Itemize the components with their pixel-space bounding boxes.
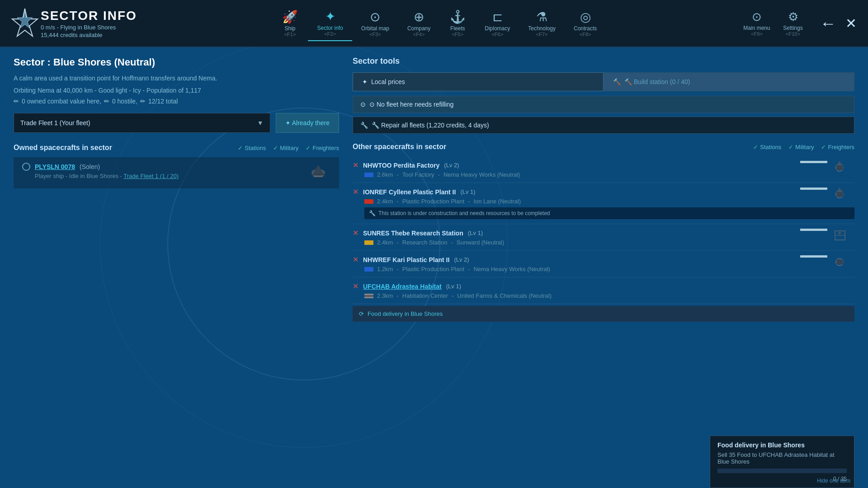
local-prices-icon: ✦ [362, 78, 368, 85]
svg-rect-5 [314, 175, 323, 177]
svg-rect-16 [836, 260, 843, 264]
nhwref-name[interactable]: NHWREF Kari Plastic Plant II [363, 256, 449, 263]
other-freighters-check: ✓ [821, 144, 826, 150]
nav-diplomacy[interactable]: ⊏ Diplomacy <F6> [476, 6, 519, 41]
logo-text: SECTOR INFO 0 m/s - Flying in Blue Shore… [41, 9, 137, 38]
other-filter-military[interactable]: ✓ Military [788, 144, 814, 150]
spacecraft-name[interactable]: PLYSLN 0078 [35, 163, 75, 170]
filter-freighters[interactable]: ✓ Freighters [306, 145, 339, 151]
sector-tools-title: Sector tools [353, 56, 854, 66]
close-button[interactable]: ✕ [845, 15, 857, 31]
ship-icon: 🚀 [282, 9, 298, 24]
other-spacecrafts-list: ✕ NHWTOO Perdita Factory (Lv 2) 2.6km - … [353, 156, 854, 351]
nav-contracts[interactable]: ◎ Contracts <F8> [565, 6, 606, 41]
sector-orbit-info: Orbiting Nema at 40,000 km - Good light … [14, 87, 339, 94]
other-spacecraft-nhwtoo: ✕ NHWTOO Perdita Factory (Lv 2) 2.6km - … [353, 156, 854, 183]
already-there-button[interactable]: ✦ Already there [276, 113, 339, 133]
build-station-label: 🔨 Build station (0 / 40) [624, 78, 690, 85]
freighters-filter-label: Freighters [312, 145, 339, 151]
fleet-selected-label: Trade Fleet 1 (Your fleet) [20, 119, 90, 127]
spacecraft-fleet-link[interactable]: Trade Fleet 1 (1 / 20) [123, 173, 179, 179]
nhwtoo-faction: Nema Heavy Works (Neutral) [443, 171, 520, 178]
other-spacecrafts-section: Other spacecrafts in sector ✓ Other spac… [353, 143, 854, 351]
spacecraft-status: Player ship - Idle in Blue Shores - Trad… [22, 173, 179, 179]
right-panel: Sector tools ✦ Local prices 🔨 🔨 Build st… [353, 56, 854, 479]
nav-company[interactable]: ⊕ Company <F4> [398, 6, 439, 41]
owned-filter-row: ✓ Stations ✓ Military ✓ Freighters [238, 145, 339, 151]
logo-area: SECTOR INFO 0 m/s - Flying in Blue Shore… [5, 8, 137, 39]
sunres-name[interactable]: SUNRES Thebe Research Station [363, 230, 463, 237]
back-arrow-icon[interactable]: ← [820, 14, 836, 33]
nhwref-faction: Nema Heavy Works (Neutral) [473, 266, 550, 272]
company-icon: ⊕ [414, 9, 424, 24]
contracts-icon: ◎ [580, 9, 591, 24]
other-filter-row: ✓ Other spacecrafts in sector Stations ✓… [753, 144, 854, 150]
nhwref-info: 1.2km - Plastic Production Plant - Nema … [353, 266, 854, 272]
nav-technology[interactable]: ⚗ Technology <F7> [519, 6, 565, 41]
sunres-thumbnail [830, 226, 850, 244]
total-stat: 12/12 total [148, 98, 178, 105]
construction-text: This station is under construction and n… [378, 210, 550, 216]
ionref-level: (Lv 1) [460, 188, 475, 195]
nav-orbital-map[interactable]: ⊙ Orbital map <F3> [352, 6, 398, 41]
fleet-dropdown[interactable]: Trade Fleet 1 (Your fleet) ▼ [14, 113, 270, 133]
nav-sector-info[interactable]: ✦ Sector info <F2> [308, 5, 352, 41]
speed-status: 0 m/s - Flying in Blue Shores [41, 24, 137, 31]
spacecraft-status-icon [22, 163, 30, 171]
sector-info-icon: ✦ [325, 9, 335, 24]
other-filter-stations[interactable]: ✓ Other spacecrafts in sector Stations [753, 144, 781, 150]
nhwref-thumbnail [830, 253, 850, 271]
nhwtoo-name[interactable]: NHWTOO Perdita Factory [363, 162, 439, 169]
sector-title: Sector : Blue Shores (Neutral) [14, 56, 339, 68]
ufchab-faction: United Farms & Chemicals (Neutral) [457, 292, 552, 299]
freighters-check-icon: ✓ [306, 145, 311, 151]
nhwtoo-distance-bar [800, 161, 827, 163]
nhwtoo-level: (Lv 2) [444, 162, 459, 169]
svg-marker-8 [837, 161, 842, 165]
other-military-check: ✓ [788, 144, 793, 150]
orbital-map-icon: ⊙ [370, 9, 380, 24]
construction-icon: 🔧 [369, 210, 376, 216]
svg-rect-10 [836, 192, 843, 197]
nhwref-flag [364, 267, 373, 272]
nhwtoo-info: 2.6km - Tool Factory - Nema Heavy Works … [353, 171, 854, 178]
no-fleet-refill-button[interactable]: ⊙ ⊙ No fleet here needs refilling [353, 96, 854, 113]
other-filter-freighters[interactable]: ✓ Freighters [821, 144, 854, 150]
repair-fleets-button[interactable]: 🔧 🔧 Repair all fleets (1,220 credits, 4 … [353, 117, 854, 134]
nav-right: ⊙ Main menu <F9> ⚙ Settings <F10> ← ✕ [741, 10, 863, 37]
sunres-info: 2.4km - Research Station - Sunward (Neut… [353, 239, 854, 246]
ufchab-status-icon: ✕ [353, 282, 359, 291]
ufchab-level: (Lv 1) [446, 283, 461, 290]
hostile-stat: 0 hostile, [112, 98, 137, 105]
nav-main-menu[interactable]: ⊙ Main menu <F9> [741, 10, 773, 37]
local-prices-label: Local prices [371, 78, 405, 85]
ufchab-distance: 2.3km [377, 292, 393, 299]
sector-description: A calm area used a transition point for … [14, 74, 339, 83]
ufchab-name[interactable]: UFCHAB Adrastea Habitat [363, 283, 442, 290]
filter-stations[interactable]: ✓ Stations [238, 145, 266, 151]
nav-ship[interactable]: 🚀 Ship <F1> [272, 6, 308, 41]
nav-settings[interactable]: ⚙ Settings <F10> [777, 10, 809, 37]
ionref-name[interactable]: IONREF Cyllene Plastic Plant II [363, 188, 456, 196]
food-delivery-label: Food delivery in Blue Shores [368, 310, 443, 317]
left-panel: Sector : Blue Shores (Neutral) A calm ar… [14, 56, 339, 479]
ufchab-info: 2.3km - Habitation Center - United Farms… [353, 292, 854, 299]
food-delivery-icon: ⟳ [359, 310, 364, 317]
no-fleet-label: ⊙ No fleet here needs refilling [369, 101, 453, 108]
military-filter-label: Military [280, 145, 298, 151]
owned-spacecrafts-header: Owned spacecrafts in sector ✓ Stations ✓… [14, 144, 339, 152]
local-prices-button[interactable]: ✦ Local prices [353, 72, 604, 91]
ufchab-flag [364, 294, 373, 298]
owned-spacecraft-item: PLYSLN 0078 (Solen) Player ship - Idle i… [14, 157, 339, 188]
main-menu-icon: ⊙ [752, 10, 762, 24]
nav-fleets[interactable]: ⚓ Fleets <F5> [439, 6, 476, 41]
fleets-icon: ⚓ [450, 9, 466, 24]
ionref-type: Plastic Production Plant [402, 198, 464, 205]
ionref-flag [364, 199, 373, 204]
food-delivery-row[interactable]: ⟳ Food delivery in Blue Shores [353, 306, 854, 322]
build-station-icon: 🔨 [613, 78, 621, 85]
svg-marker-11 [837, 188, 842, 192]
build-station-button[interactable]: 🔨 🔨 Build station (0 / 40) [604, 72, 854, 91]
ionref-info: 2.4km - Plastic Production Plant - Ion L… [353, 198, 854, 205]
filter-military[interactable]: ✓ Military [273, 145, 298, 151]
